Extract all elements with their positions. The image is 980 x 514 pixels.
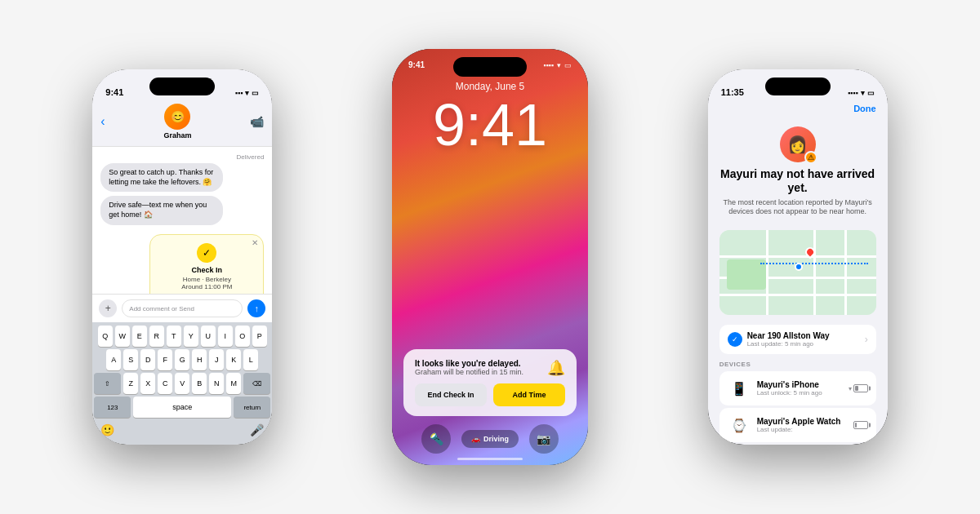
add-time-button[interactable]: Add Time <box>493 383 565 406</box>
dynamic-island-2 <box>453 57 527 77</box>
key-delete[interactable]: ⌫ <box>243 373 270 394</box>
battery-icon-1: ▭ <box>252 89 259 97</box>
key-row-3: ⇧ Z X C V B N M ⌫ <box>94 373 270 394</box>
emoji-key[interactable]: 🙂 <box>100 423 114 436</box>
lock-wifi-icon: ▾ <box>557 61 561 69</box>
message-bubble-received-1: So great to catch up. Thanks for letting… <box>100 163 223 192</box>
device-battery-watch <box>853 421 868 429</box>
check-in-close[interactable]: ✕ <box>252 238 258 247</box>
location-time: Last update: 5 min ago <box>747 340 830 348</box>
location-row[interactable]: ✓ Near 190 Allston Way Last update: 5 mi… <box>719 325 876 354</box>
alert-title: Mayuri may not have arrived yet. <box>719 167 876 195</box>
key-l[interactable]: L <box>243 349 258 370</box>
keyboard: Q W E R T Y U I O P A S D <box>92 322 272 445</box>
device-row-iphone: 📱 Mayuri's iPhone Last unlock: 5 min ago… <box>719 371 876 405</box>
device-info-iphone: Mayuri's iPhone Last unlock: 5 min ago <box>757 380 842 397</box>
check-in-title: Check In <box>158 266 255 274</box>
key-m[interactable]: M <box>226 373 241 394</box>
key-t[interactable]: T <box>167 326 181 347</box>
back-button[interactable]: ‹ <box>100 114 105 129</box>
location-dot: ✓ <box>728 332 742 347</box>
key-u[interactable]: U <box>201 326 216 347</box>
key-j[interactable]: J <box>209 349 224 370</box>
lock-battery-icon: ▭ <box>564 61 572 69</box>
key-f[interactable]: F <box>158 349 172 370</box>
key-e[interactable]: E <box>132 326 147 347</box>
time-1: 9:41 <box>105 87 123 97</box>
key-i[interactable]: I <box>218 326 233 347</box>
notif-subtitle: Graham will be notified in 15 min. <box>415 368 523 376</box>
key-b[interactable]: B <box>192 373 207 394</box>
torch-button[interactable]: 🔦 <box>421 424 451 454</box>
dynamic-island-1 <box>149 78 215 95</box>
wifi-icon-1: ▾ <box>245 89 249 97</box>
key-v[interactable]: V <box>175 373 189 394</box>
device-name-watch: Mayuri's Apple Watch <box>757 417 847 426</box>
wifi-indicator: ▾ <box>849 385 852 392</box>
key-row-4: 123 space return <box>94 397 270 418</box>
key-n[interactable]: N <box>209 373 224 394</box>
key-shift[interactable]: ⇧ <box>94 373 121 394</box>
key-a[interactable]: A <box>106 349 121 370</box>
map-background <box>719 230 876 315</box>
map-container <box>719 230 876 315</box>
battery-fill-watch <box>855 423 858 428</box>
key-return[interactable]: return <box>234 397 270 418</box>
video-icon[interactable]: 📹 <box>250 115 264 128</box>
add-attachment-button[interactable]: + <box>99 299 117 317</box>
alert-avatar: 👩 ⚠ <box>780 126 816 162</box>
lock-signal-icon: ▪▪▪▪ <box>543 61 554 69</box>
battery-indicator <box>853 384 868 392</box>
location-name: Near 190 Allston Way <box>747 331 830 340</box>
key-w[interactable]: W <box>115 326 130 347</box>
contact-info: 😊 Graham <box>163 104 191 140</box>
notif-emoji: 🔔 <box>547 359 565 377</box>
message-input[interactable]: Add comment or Send <box>122 299 243 317</box>
phone-lockscreen: 9:41 ▪▪▪▪ ▾ ▭ Monday, June 5 9:41 It loo… <box>392 49 588 465</box>
key-r[interactable]: R <box>149 326 164 347</box>
done-button[interactable]: Done <box>853 104 876 113</box>
map-road-h3 <box>719 294 876 296</box>
key-p[interactable]: P <box>252 326 267 347</box>
notif-buttons: End Check In Add Time <box>415 383 565 406</box>
key-numbers[interactable]: 123 <box>94 397 131 418</box>
home-indicator-2 <box>457 458 523 460</box>
map-road-h1 <box>719 255 876 258</box>
key-c[interactable]: C <box>158 373 172 394</box>
wifi-icon-3: ▾ <box>861 89 865 97</box>
key-z[interactable]: Z <box>123 373 138 394</box>
battery-indicator-watch <box>853 421 868 429</box>
contact-name: Graham <box>163 131 191 140</box>
key-g[interactable]: G <box>175 349 189 370</box>
key-h[interactable]: H <box>192 349 207 370</box>
key-o[interactable]: O <box>235 326 250 347</box>
car-icon: 🚗 <box>471 435 480 443</box>
messages-body: Delivered So great to catch up. Thanks f… <box>92 147 272 294</box>
battery-fill <box>855 386 858 391</box>
key-d[interactable]: D <box>140 349 155 370</box>
key-s[interactable]: S <box>123 349 138 370</box>
key-x[interactable]: X <box>140 373 155 394</box>
battery-icon-3: ▭ <box>867 89 875 97</box>
microphone-key[interactable]: 🎤 <box>250 423 264 436</box>
lock-time: 9:41 <box>408 60 425 69</box>
lock-screen: 9:41 ▪▪▪▪ ▾ ▭ Monday, June 5 9:41 It loo… <box>392 49 588 465</box>
device-row-watch: ⌚ Mayuri's Apple Watch Last update: <box>719 408 876 442</box>
delivered-label: Delivered <box>100 153 264 161</box>
input-placeholder: Add comment or Send <box>129 305 194 312</box>
end-checkin-button[interactable]: End Check In <box>415 383 487 406</box>
driving-label: Driving <box>483 435 509 443</box>
key-space[interactable]: space <box>133 397 231 418</box>
camera-button[interactable]: 📷 <box>529 424 559 454</box>
time-3: 11:35 <box>721 87 744 97</box>
notif-header: It looks like you're delayed. Graham wil… <box>415 359 565 377</box>
map-road-v3 <box>844 230 847 315</box>
send-button[interactable]: ↑ <box>247 299 265 317</box>
devices-section: DEVICES 📱 Mayuri's iPhone Last unlock: 5… <box>708 357 888 445</box>
key-k[interactable]: K <box>226 349 241 370</box>
signal-icon-3: ▪▪▪▪ <box>848 89 858 97</box>
map-dotted-path <box>760 263 868 264</box>
message-bubble-received-2: Drive safe—text me when you get home! 🏠 <box>100 196 223 224</box>
key-y[interactable]: Y <box>184 326 198 347</box>
key-q[interactable]: Q <box>98 326 113 347</box>
